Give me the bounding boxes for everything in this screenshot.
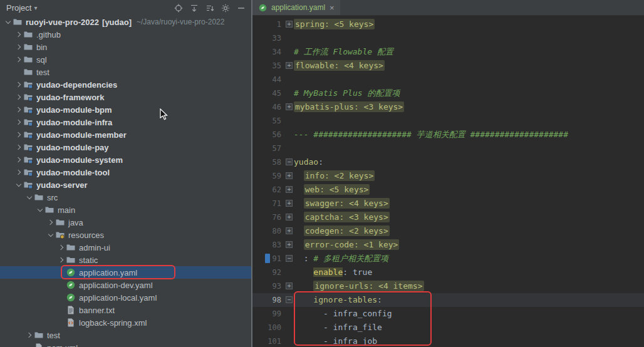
chevron-collapsed-icon[interactable] bbox=[14, 91, 23, 103]
tree-item-bin[interactable]: bin bbox=[0, 41, 251, 53]
tree-item-java[interactable]: java bbox=[0, 216, 251, 229]
tree-item-test[interactable]: test bbox=[0, 329, 251, 341]
tree-item-yudao-module-member[interactable]: yudao-module-member bbox=[0, 128, 251, 141]
tree-item-static[interactable]: static bbox=[0, 254, 251, 266]
fold-plus-icon[interactable]: + bbox=[286, 103, 293, 110]
chevron-expanded-icon[interactable] bbox=[14, 179, 23, 191]
tree-item-application-local.yaml[interactable]: application-local.yaml bbox=[0, 291, 251, 304]
code-line-56[interactable]: 56--- #################### 芋道相关配置 ######… bbox=[252, 128, 644, 142]
collapse-all-icon[interactable] bbox=[189, 3, 199, 13]
chevron-expanded-icon[interactable] bbox=[25, 191, 34, 204]
chevron-collapsed-icon[interactable] bbox=[14, 141, 23, 153]
tree-item-yudao-module-bpm[interactable]: yudao-module-bpm bbox=[0, 103, 251, 116]
tree-item-test[interactable]: test bbox=[0, 66, 251, 78]
code-line-76[interactable]: 76+ captcha: <3 keys> bbox=[252, 210, 644, 224]
chevron-collapsed-icon[interactable] bbox=[14, 128, 23, 141]
line-number: 55 bbox=[252, 114, 285, 128]
tree-item-yudao-module-tool[interactable]: yudao-module-tool bbox=[0, 166, 251, 179]
tree-item-logback-spring.xml[interactable]: logback-spring.xml bbox=[0, 316, 251, 329]
code-line-101[interactable]: 101 - infra_job bbox=[252, 334, 644, 347]
code-line-45[interactable]: 45# MyBatis Plus 的配置项 bbox=[252, 86, 644, 100]
settings-gear-icon[interactable] bbox=[221, 3, 231, 13]
code-line-46[interactable]: 46+mybatis-plus: <3 keys> bbox=[252, 100, 644, 114]
close-icon[interactable]: × bbox=[330, 3, 335, 13]
chevron-collapsed-icon[interactable] bbox=[14, 41, 23, 53]
tree-item-pom.xml[interactable]: pom.xml bbox=[0, 341, 251, 347]
hide-panel-icon[interactable] bbox=[236, 3, 246, 13]
tree-item-main[interactable]: main bbox=[0, 204, 251, 216]
tree-item-src[interactable]: src bbox=[0, 191, 251, 204]
code-line-100[interactable]: 100 - infra_file bbox=[252, 321, 644, 334]
locate-icon[interactable] bbox=[174, 3, 184, 13]
tree-item-resources[interactable]: resources bbox=[0, 229, 251, 241]
chevron-collapsed-icon[interactable] bbox=[14, 28, 23, 41]
code-line-55[interactable]: 55 bbox=[252, 114, 644, 128]
tree-item-yudao-framework[interactable]: yudao-framework bbox=[0, 91, 251, 103]
fold-minus-icon[interactable]: − bbox=[286, 255, 293, 262]
fold-column bbox=[285, 142, 294, 155]
code-line-59[interactable]: 59+ info: <2 keys> bbox=[252, 169, 644, 183]
fold-plus-icon[interactable]: + bbox=[286, 21, 293, 28]
fold-minus-icon[interactable]: − bbox=[286, 158, 293, 165]
code-line-91[interactable]: 91− : # 多租户相关配置项 bbox=[252, 252, 644, 266]
chevron-collapsed-icon[interactable] bbox=[14, 103, 23, 116]
chevron-down-icon[interactable]: ▾ bbox=[34, 4, 37, 11]
tree-item-ruoyi-vue-pro-2022[interactable]: ruoyi-vue-pro-2022[yudao]~/Java/ruoyi-vu… bbox=[0, 16, 251, 28]
code-line-80[interactable]: 80+ codegen: <2 keys> bbox=[252, 224, 644, 238]
line-number: 80 bbox=[252, 224, 285, 238]
chevron-expanded-icon[interactable] bbox=[36, 204, 44, 216]
fold-plus-icon[interactable]: + bbox=[286, 214, 293, 220]
tree-item-application.yaml[interactable]: application.yaml bbox=[0, 266, 251, 279]
code-line-1[interactable]: 1+spring: <5 keys> bbox=[252, 18, 644, 31]
tree-item-.github[interactable]: .github bbox=[0, 28, 251, 41]
chevron-collapsed-icon[interactable] bbox=[46, 216, 55, 229]
fold-plus-icon[interactable]: + bbox=[286, 241, 293, 248]
code-text: info: <2 keys> bbox=[294, 169, 644, 183]
tree-item-yudao-module-infra[interactable]: yudao-module-infra bbox=[0, 116, 251, 128]
code-line-33[interactable]: 33 bbox=[252, 31, 644, 45]
tree-item-label: .github bbox=[36, 30, 61, 39]
chevron-collapsed-icon[interactable] bbox=[14, 166, 23, 179]
tree-item-yudao-module-pay[interactable]: yudao-module-pay bbox=[0, 141, 251, 153]
module-folder-icon bbox=[23, 167, 33, 177]
code-line-35[interactable]: 35+flowable: <4 keys> bbox=[252, 59, 644, 73]
code-line-57[interactable]: 57 bbox=[252, 142, 644, 155]
fold-plus-icon[interactable]: + bbox=[286, 172, 293, 179]
chevron-collapsed-icon[interactable] bbox=[57, 254, 66, 266]
fold-plus-icon[interactable]: + bbox=[286, 200, 293, 207]
tree-item-sql[interactable]: sql bbox=[0, 53, 251, 66]
sort-icon[interactable] bbox=[205, 3, 215, 13]
tab-application-yaml[interactable]: application.yaml × bbox=[252, 0, 340, 15]
tree-item-banner.txt[interactable]: banner.txt bbox=[0, 304, 251, 316]
code-line-44[interactable]: 44 bbox=[252, 73, 644, 86]
chevron-spacer bbox=[57, 291, 66, 304]
project-panel-title[interactable]: Project bbox=[6, 3, 31, 13]
tree-item-yudao-server[interactable]: yudao-server bbox=[0, 179, 251, 191]
fold-plus-icon[interactable]: + bbox=[286, 282, 293, 289]
code-line-99[interactable]: 99 - infra_config bbox=[252, 307, 644, 321]
chevron-collapsed-icon[interactable] bbox=[57, 241, 66, 254]
fold-plus-icon[interactable]: + bbox=[286, 227, 293, 234]
fold-plus-icon[interactable]: + bbox=[286, 62, 293, 69]
chevron-collapsed-icon[interactable] bbox=[14, 78, 23, 91]
chevron-expanded-icon[interactable] bbox=[46, 229, 55, 241]
chevron-collapsed-icon[interactable] bbox=[14, 116, 23, 128]
fold-minus-icon[interactable]: − bbox=[286, 296, 293, 303]
code-line-34[interactable]: 34# 工作流 Flowable 配置 bbox=[252, 45, 644, 59]
tree-item-yudao-module-system[interactable]: yudao-module-system bbox=[0, 153, 251, 166]
chevron-collapsed-icon[interactable] bbox=[14, 53, 23, 66]
tree-item-yudao-dependencies[interactable]: yudao-dependencies bbox=[0, 78, 251, 91]
chevron-collapsed-icon[interactable] bbox=[14, 153, 23, 166]
code-line-98[interactable]: 98− ignore-tables: bbox=[252, 293, 644, 307]
code-line-62[interactable]: 62+ web: <5 keys> bbox=[252, 183, 644, 197]
code-line-71[interactable]: 71+ swagger: <4 keys> bbox=[252, 197, 644, 210]
tree-item-admin-ui[interactable]: admin-ui bbox=[0, 241, 251, 254]
code-line-58[interactable]: 58−yudao: bbox=[252, 155, 644, 169]
tree-item-application-dev.yaml[interactable]: application-dev.yaml bbox=[0, 279, 251, 291]
fold-plus-icon[interactable]: + bbox=[286, 186, 293, 193]
chevron-collapsed-icon[interactable] bbox=[25, 329, 34, 341]
code-line-93[interactable]: 93+ ignore-urls: <4 items> bbox=[252, 279, 644, 293]
code-line-92[interactable]: 92 enable: true bbox=[252, 266, 644, 279]
chevron-expanded-icon[interactable] bbox=[4, 16, 13, 28]
code-line-83[interactable]: 83+ error-code: <1 key> bbox=[252, 238, 644, 252]
